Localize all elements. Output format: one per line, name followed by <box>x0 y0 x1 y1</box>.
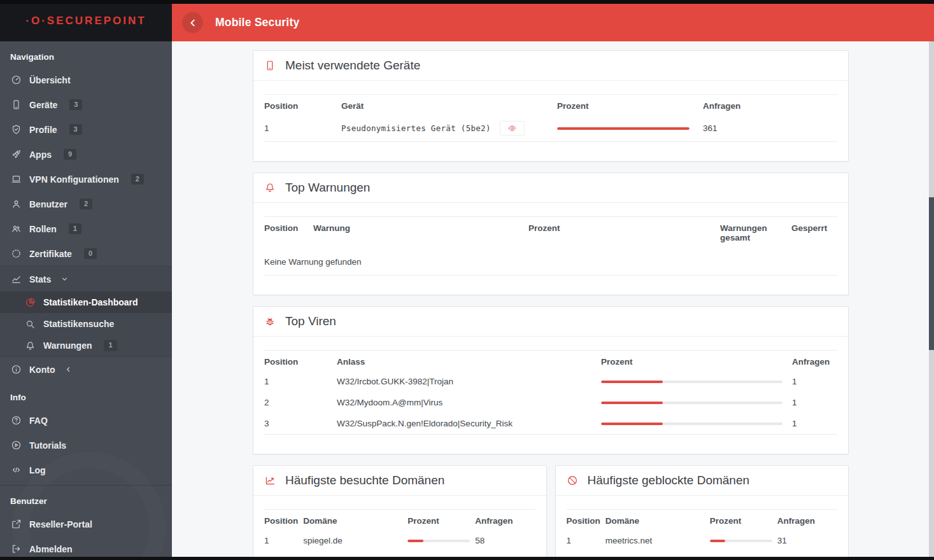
table-header-row: Position Anlass Prozent Anfragen <box>264 351 837 372</box>
back-button[interactable] <box>182 12 203 33</box>
sidebar-item-label: Statistikensuche <box>43 319 114 329</box>
sidebar-item-zertifikate[interactable]: Zertifikate 0 <box>0 241 172 266</box>
progress-bar <box>601 402 782 404</box>
warnings-table: Position Warnung Prozent Warnungen gesam… <box>264 216 837 276</box>
view-device-button[interactable] <box>500 121 525 136</box>
cell-position: 1 <box>264 530 303 551</box>
stats-group: Stats Statistiken-Dashboard Statistikens… <box>0 266 172 357</box>
gauge-icon <box>10 74 22 85</box>
screen-edge-bottom <box>0 557 934 560</box>
sidebar-item-faq[interactable]: FAQ <box>0 408 172 433</box>
sidebar-item-benutzer[interactable]: Benutzer 2 <box>0 192 172 216</box>
col-position: Position <box>264 217 313 248</box>
cell-percent-bar <box>601 371 792 392</box>
sidebar-item-stats[interactable]: Stats <box>0 267 172 291</box>
sidebar-item-statistikensuche[interactable]: Statistikensuche <box>0 313 172 335</box>
sidebar-item-warnungen[interactable]: Warnungen 1 <box>0 335 172 356</box>
sidebar-item-label: Abmelden <box>29 544 73 554</box>
cell-position: 1 <box>264 371 337 392</box>
progress-bar <box>557 127 690 130</box>
cell-domain: meetrics.net <box>605 530 710 551</box>
nav-section-benutzer: Benutzer <box>0 486 172 512</box>
app-window: ·O·SECUREPOINT Navigation Übersicht Gerä… <box>0 0 934 560</box>
col-percent: Prozent <box>557 95 703 116</box>
cell-percent-bar <box>601 413 792 435</box>
sidebar-item-label: Statistiken-Dashboard <box>43 297 138 307</box>
cell-requests: 1 <box>792 413 837 435</box>
card-title: Meist verwendete Geräte <box>285 59 420 73</box>
sidebar: ·O·SECUREPOINT Navigation Übersicht Gerä… <box>0 0 172 560</box>
sidebar-item-apps[interactable]: Apps 9 <box>0 142 172 167</box>
col-percent: Prozent <box>407 510 475 531</box>
line-chart-icon <box>264 475 276 486</box>
card-body: Position Domäne Prozent Anfragen 1 <box>556 496 849 560</box>
card-header: Top Warnungen <box>253 173 848 203</box>
cell-cause: W32/Mydoom.A@mm|Virus <box>337 392 601 413</box>
cell-percent-bar <box>557 115 703 142</box>
shield-icon <box>10 124 22 135</box>
topbar: Mobile Security <box>172 0 934 41</box>
vertical-scrollbar[interactable] <box>929 41 934 560</box>
play-circle-icon <box>10 440 22 451</box>
sidebar-item-label: Geräte <box>29 100 57 110</box>
users-icon <box>10 223 22 234</box>
sidebar-item-statistiken-dashboard[interactable]: Statistiken-Dashboard <box>0 291 172 313</box>
card-title: Top Viren <box>285 314 336 328</box>
sidebar-item-profile[interactable]: Profile 3 <box>0 117 172 142</box>
sidebar-item-uebersicht[interactable]: Übersicht <box>0 67 172 92</box>
sidebar-item-label: Warnungen <box>43 340 92 351</box>
table-row: 1 Pseudonymisiertes Gerät (5be2) 361 <box>264 115 837 142</box>
cell-percent-bar <box>601 392 792 413</box>
scrollbar-thumb[interactable] <box>929 197 934 350</box>
chart-icon <box>10 274 22 284</box>
card-header: Häufigste geblockte Domänen <box>556 466 849 496</box>
bell-icon <box>24 340 36 351</box>
laptop-icon <box>10 174 22 185</box>
content-scroll-area: Meist verwendete Geräte Position Gerät P… <box>172 41 934 560</box>
table-row: 1 meetrics.net 31 <box>567 530 838 551</box>
sidebar-item-label: Rollen <box>29 224 57 234</box>
sidebar-item-geraete[interactable]: Geräte 3 <box>0 92 172 117</box>
sidebar-item-rollen[interactable]: Rollen 1 <box>0 216 172 241</box>
nav-section-info: Info <box>0 382 172 408</box>
chevron-down-icon <box>61 276 68 283</box>
count-badge: 2 <box>80 199 92 209</box>
domain-cards-row: Häufigste besuchte Domänen Position Domä… <box>253 465 849 560</box>
device-name: Pseudonymisiertes Gerät (5be2) <box>341 123 491 133</box>
col-warning: Warnung <box>313 217 528 248</box>
sidebar-item-konto[interactable]: Konto <box>0 357 172 382</box>
sidebar-item-reseller-portal[interactable]: Reseller-Portal <box>0 512 172 536</box>
col-cause: Anlass <box>337 351 601 372</box>
col-device: Gerät <box>341 95 557 116</box>
col-percent: Prozent <box>710 510 777 531</box>
card-body: Position Gerät Prozent Anfragen 1 <box>253 81 848 161</box>
col-position: Position <box>264 510 303 531</box>
cell-requests: 1 <box>792 392 837 413</box>
table-row: Keine Warnung gefunden <box>264 247 837 276</box>
info-circle-icon <box>10 364 22 375</box>
sidebar-item-label: Log <box>29 465 46 475</box>
card-body: Position Domäne Prozent Anfragen 1 <box>253 496 546 560</box>
screen-edge-top <box>0 0 934 4</box>
sidebar-item-label: Apps <box>29 150 52 160</box>
card-top-warnings: Top Warnungen Position Warnung Prozent W… <box>253 172 849 295</box>
cell-position: 3 <box>264 413 337 435</box>
empty-state-text: Keine Warnung gefunden <box>264 247 837 276</box>
cell-requests: 58 <box>475 530 535 551</box>
card-body: Position Warnung Prozent Warnungen gesam… <box>253 203 848 295</box>
sidebar-item-log[interactable]: Log <box>0 458 172 482</box>
sidebar-item-tutorials[interactable]: Tutorials <box>0 433 172 458</box>
card-most-used-devices: Meist verwendete Geräte Position Gerät P… <box>253 50 849 162</box>
devices-table: Position Gerät Prozent Anfragen 1 <box>264 94 837 142</box>
code-icon <box>10 465 22 475</box>
sidebar-item-label: Zertifikate <box>29 249 72 259</box>
table-header-row: Position Warnung Prozent Warnungen gesam… <box>264 217 837 248</box>
col-requests: Anfragen <box>475 510 535 531</box>
visited-domains-table: Position Domäne Prozent Anfragen 1 <box>264 509 535 560</box>
sidebar-item-vpn-konfigurationen[interactable]: VPN Konfigurationen 2 <box>0 167 172 192</box>
progress-bar <box>601 381 782 383</box>
sidebar-item-label: VPN Konfigurationen <box>29 174 119 185</box>
search-icon <box>24 319 36 330</box>
table-row: 3 W32/SuspPack.N.gen!Eldorado|Security_R… <box>264 413 837 435</box>
cell-cause: W32/SuspPack.N.gen!Eldorado|Security_Ris… <box>337 413 601 435</box>
